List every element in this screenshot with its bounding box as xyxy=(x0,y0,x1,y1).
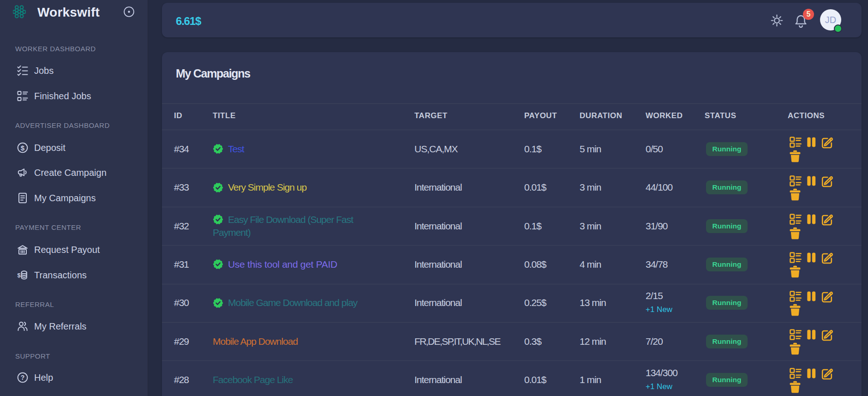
svg-text:$: $ xyxy=(18,272,21,279)
svg-text:$: $ xyxy=(21,144,25,152)
svg-text:?: ? xyxy=(21,374,25,381)
